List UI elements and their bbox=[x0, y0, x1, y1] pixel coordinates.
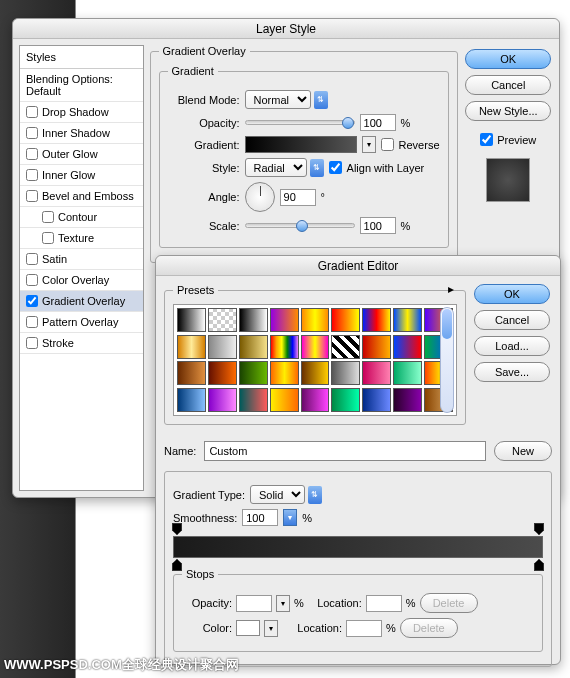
gradient-editor-titlebar[interactable]: Gradient Editor bbox=[156, 256, 560, 276]
ok-button[interactable]: OK bbox=[474, 284, 550, 304]
type-select[interactable]: Solid bbox=[250, 485, 305, 504]
preset-swatch[interactable] bbox=[362, 361, 391, 385]
preset-swatch[interactable] bbox=[177, 361, 206, 385]
delete-color-stop-button[interactable]: Delete bbox=[400, 618, 458, 638]
preset-swatch[interactable] bbox=[270, 335, 299, 359]
opacity-slider[interactable] bbox=[245, 120, 355, 125]
preset-swatch[interactable] bbox=[331, 335, 360, 359]
preset-swatch[interactable] bbox=[177, 308, 206, 332]
preset-swatch[interactable] bbox=[177, 335, 206, 359]
style-checkbox[interactable] bbox=[26, 253, 38, 265]
style-row-gradient-overlay[interactable]: Gradient Overlay bbox=[20, 291, 143, 312]
preset-swatch[interactable] bbox=[362, 335, 391, 359]
load-button[interactable]: Load... bbox=[474, 336, 550, 356]
style-row-satin[interactable]: Satin bbox=[20, 249, 143, 270]
gradient-swatch[interactable] bbox=[245, 136, 357, 153]
align-checkbox[interactable] bbox=[329, 161, 342, 174]
preset-swatch[interactable] bbox=[239, 361, 268, 385]
style-row-bevel-and-emboss[interactable]: Bevel and Emboss bbox=[20, 186, 143, 207]
style-checkbox[interactable] bbox=[26, 148, 38, 160]
gradient-dropdown-icon[interactable]: ▾ bbox=[362, 136, 376, 153]
smoothness-input[interactable] bbox=[242, 509, 278, 526]
preview-checkbox[interactable] bbox=[480, 133, 493, 146]
style-checkbox[interactable] bbox=[26, 169, 38, 181]
style-checkbox[interactable] bbox=[42, 232, 54, 244]
name-input[interactable] bbox=[204, 441, 486, 461]
preset-swatch[interactable] bbox=[239, 308, 268, 332]
preset-swatch[interactable] bbox=[270, 361, 299, 385]
reverse-checkbox[interactable] bbox=[381, 138, 394, 151]
style-row-stroke[interactable]: Stroke bbox=[20, 333, 143, 354]
preset-swatch[interactable] bbox=[208, 388, 237, 412]
preset-swatch[interactable] bbox=[239, 335, 268, 359]
color-stop-left[interactable] bbox=[172, 559, 182, 571]
preset-swatch[interactable] bbox=[177, 388, 206, 412]
preset-swatch[interactable] bbox=[270, 308, 299, 332]
scale-input[interactable] bbox=[360, 217, 396, 234]
cancel-button[interactable]: Cancel bbox=[474, 310, 550, 330]
style-checkbox[interactable] bbox=[26, 190, 38, 202]
blend-mode-select[interactable]: Normal bbox=[245, 90, 311, 109]
style-row-color-overlay[interactable]: Color Overlay bbox=[20, 270, 143, 291]
preset-swatch[interactable] bbox=[331, 361, 360, 385]
stop-color-well[interactable] bbox=[236, 620, 260, 636]
style-row-pattern-overlay[interactable]: Pattern Overlay bbox=[20, 312, 143, 333]
style-row-outer-glow[interactable]: Outer Glow bbox=[20, 144, 143, 165]
presets-scrollbar[interactable] bbox=[440, 307, 454, 413]
style-select[interactable]: Radial bbox=[245, 158, 307, 177]
blending-options-row[interactable]: Blending Options: Default bbox=[20, 69, 143, 102]
select-arrows-icon[interactable]: ⇅ bbox=[314, 91, 328, 109]
color-stop-right[interactable] bbox=[534, 559, 544, 571]
opacity-stop-right[interactable] bbox=[534, 523, 544, 535]
opacity-stop-left[interactable] bbox=[172, 523, 182, 535]
stop-opacity-dropdown-icon[interactable]: ▾ bbox=[276, 595, 290, 612]
preset-swatch[interactable] bbox=[208, 361, 237, 385]
stop-opacity-input[interactable] bbox=[236, 595, 272, 612]
ok-button[interactable]: OK bbox=[465, 49, 551, 69]
save-button[interactable]: Save... bbox=[474, 362, 550, 382]
style-checkbox[interactable] bbox=[26, 106, 38, 118]
preset-swatch[interactable] bbox=[239, 388, 268, 412]
style-checkbox[interactable] bbox=[42, 211, 54, 223]
style-row-contour[interactable]: Contour bbox=[20, 207, 143, 228]
opacity-input[interactable] bbox=[360, 114, 396, 131]
select-arrows-icon[interactable]: ⇅ bbox=[310, 159, 324, 177]
preset-swatch[interactable] bbox=[393, 308, 422, 332]
preset-swatch[interactable] bbox=[393, 361, 422, 385]
stop-color-location-input[interactable] bbox=[346, 620, 382, 637]
style-checkbox[interactable] bbox=[26, 316, 38, 328]
style-checkbox[interactable] bbox=[26, 127, 38, 139]
stop-color-dropdown-icon[interactable]: ▾ bbox=[264, 620, 278, 637]
preset-swatch[interactable] bbox=[393, 335, 422, 359]
preset-swatch[interactable] bbox=[208, 335, 237, 359]
preset-swatch[interactable] bbox=[270, 388, 299, 412]
preset-swatch[interactable] bbox=[301, 361, 330, 385]
style-checkbox[interactable] bbox=[26, 274, 38, 286]
preset-swatch[interactable] bbox=[331, 388, 360, 412]
angle-dial[interactable] bbox=[245, 182, 275, 212]
preset-swatch[interactable] bbox=[393, 388, 422, 412]
select-arrows-icon[interactable]: ⇅ bbox=[308, 486, 322, 504]
scale-slider[interactable] bbox=[245, 223, 355, 228]
delete-opacity-stop-button[interactable]: Delete bbox=[420, 593, 478, 613]
style-checkbox[interactable] bbox=[26, 295, 38, 307]
style-checkbox[interactable] bbox=[26, 337, 38, 349]
angle-input[interactable] bbox=[280, 189, 316, 206]
styles-header[interactable]: Styles bbox=[20, 46, 143, 69]
preset-swatch[interactable] bbox=[331, 308, 360, 332]
gradient-bar[interactable] bbox=[173, 536, 543, 558]
preset-swatch[interactable] bbox=[301, 335, 330, 359]
new-button[interactable]: New bbox=[494, 441, 552, 461]
style-row-texture[interactable]: Texture bbox=[20, 228, 143, 249]
preset-swatch[interactable] bbox=[208, 308, 237, 332]
style-row-inner-glow[interactable]: Inner Glow bbox=[20, 165, 143, 186]
smoothness-dropdown-icon[interactable]: ▾ bbox=[283, 509, 297, 526]
preset-swatch[interactable] bbox=[301, 308, 330, 332]
preset-swatch[interactable] bbox=[362, 388, 391, 412]
stop-opacity-location-input[interactable] bbox=[366, 595, 402, 612]
preset-swatch[interactable] bbox=[301, 388, 330, 412]
layer-style-titlebar[interactable]: Layer Style bbox=[13, 19, 559, 39]
style-row-drop-shadow[interactable]: Drop Shadow bbox=[20, 102, 143, 123]
presets-menu-icon[interactable]: ▸ bbox=[443, 282, 459, 296]
new-style-button[interactable]: New Style... bbox=[465, 101, 551, 121]
